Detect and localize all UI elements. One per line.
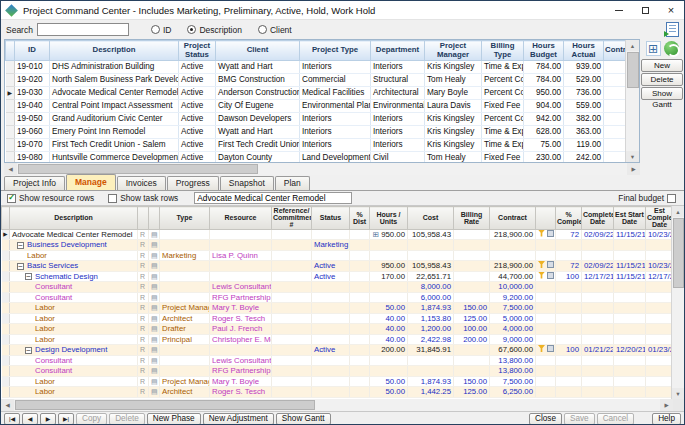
column-header[interactable]: Project Manager: [425, 41, 482, 61]
filter-icon[interactable]: [538, 230, 545, 237]
cell-ref[interactable]: [272, 250, 312, 261]
cell-icons[interactable]: [536, 271, 556, 282]
cell[interactable]: 19-070: [15, 139, 50, 152]
cell-pct[interactable]: [556, 387, 582, 398]
nav-first-button[interactable]: |◀: [4, 413, 20, 425]
cell-type[interactable]: Architect: [160, 313, 210, 324]
cell-icons[interactable]: [536, 366, 556, 377]
cell-type[interactable]: Drafter: [160, 324, 210, 335]
cell-desc[interactable]: Advocate Medical Center Remodel: [10, 229, 138, 240]
cell[interactable]: [604, 113, 626, 126]
notes-icon[interactable]: ▤: [151, 273, 158, 280]
cell-cdate[interactable]: 02/09/22: [582, 229, 614, 240]
cell[interactable]: Interiors: [300, 126, 371, 139]
cell[interactable]: 19-050: [15, 113, 50, 126]
cell-pct[interactable]: 100: [556, 345, 582, 356]
cell-note[interactable]: ▤: [149, 345, 160, 356]
cell-rate[interactable]: [454, 355, 490, 366]
cell-desc[interactable]: Consultant: [10, 292, 138, 303]
cell-res[interactable]: [210, 345, 272, 356]
cell-note[interactable]: ▤: [149, 324, 160, 335]
cell-ref[interactable]: [272, 334, 312, 345]
show-task-checkbox[interactable]: [108, 194, 117, 203]
cell-note[interactable]: ▤: [149, 334, 160, 345]
cell-hours[interactable]: 200.00: [370, 345, 408, 356]
cell-dist[interactable]: [350, 240, 370, 251]
cell-contract[interactable]: 10,000.00: [490, 282, 536, 293]
cell-note[interactable]: ▤: [149, 250, 160, 261]
grid-icon[interactable]: [547, 230, 554, 237]
cell[interactable]: 736.00: [564, 87, 604, 100]
cell[interactable]: [604, 61, 626, 74]
column-header[interactable]: Project Type: [300, 41, 371, 61]
scroll-up-icon[interactable]: ▲: [626, 40, 640, 51]
cell-r[interactable]: R: [138, 334, 149, 345]
cell[interactable]: Fixed Fee: [482, 100, 524, 113]
cell-rate[interactable]: [454, 345, 490, 356]
column-header[interactable]: % Dist: [350, 207, 370, 230]
cell-icons[interactable]: [536, 303, 556, 314]
column-header[interactable]: Description: [50, 41, 179, 61]
cell-estart[interactable]: [614, 303, 646, 314]
cell-res[interactable]: Lisa P. Quinn: [210, 250, 272, 261]
table-row[interactable]: LaborR▤DrafterPaul J. French40.001,200.0…: [2, 324, 672, 335]
tab-invoices[interactable]: Invoices: [117, 176, 166, 190]
tab-snapshot[interactable]: Snapshot: [220, 176, 274, 190]
cell[interactable]: 784.00: [524, 74, 564, 87]
cell-desc[interactable]: Consultant: [10, 282, 138, 293]
vscroll-track[interactable]: [672, 217, 685, 388]
cell[interactable]: Wyatt and Hart: [216, 126, 300, 139]
close-button[interactable]: Close: [529, 413, 562, 425]
cell-contract[interactable]: 6,250.00: [490, 387, 536, 398]
cell-icons[interactable]: [536, 376, 556, 387]
cell-ref[interactable]: [272, 303, 312, 314]
cell-dist[interactable]: [350, 387, 370, 398]
cell-dist[interactable]: [350, 303, 370, 314]
cell[interactable]: [604, 139, 626, 152]
cell-desc[interactable]: Labor: [10, 387, 138, 398]
cell-r[interactable]: R: [138, 292, 149, 303]
cell[interactable]: 19-060: [15, 126, 50, 139]
cell-res[interactable]: Lewis Consultants: [210, 355, 272, 366]
detail-grid-vscrollbar[interactable]: ▲ ▼: [671, 206, 684, 399]
cell-pct[interactable]: [556, 240, 582, 251]
cell-contract[interactable]: 218,900.00: [490, 229, 536, 240]
cell-type[interactable]: Principal: [160, 334, 210, 345]
cell-pct[interactable]: [556, 334, 582, 345]
notes-icon[interactable]: ▤: [151, 336, 158, 343]
nav-last-button[interactable]: ▶|: [58, 413, 74, 425]
cell[interactable]: Active: [179, 87, 216, 100]
refresh-icon[interactable]: [664, 41, 679, 56]
table-row[interactable]: 19-050Grand Auditorium Civic CenterActiv…: [6, 113, 626, 126]
cell-res[interactable]: Lewis Consultants: [210, 282, 272, 293]
cell-res[interactable]: Roger S. Tesch: [210, 313, 272, 324]
cell-pct[interactable]: [556, 250, 582, 261]
cell-estart[interactable]: 12/20/21: [614, 345, 646, 356]
cell-icons[interactable]: [536, 387, 556, 398]
grid-icon[interactable]: [547, 272, 554, 279]
cell[interactable]: [604, 100, 626, 113]
cell-status[interactable]: Marketing: [312, 240, 350, 251]
filter-icon[interactable]: [538, 261, 545, 268]
cell[interactable]: Kris Kingsley: [425, 139, 482, 152]
radio-description[interactable]: Description: [187, 25, 242, 35]
cell-icons[interactable]: [536, 355, 556, 366]
cell-note[interactable]: ▤: [149, 355, 160, 366]
tab-manage[interactable]: Manage: [66, 174, 116, 190]
cell-desc[interactable]: Consultant: [10, 355, 138, 366]
cell-icons[interactable]: [536, 334, 556, 345]
cell-rate[interactable]: [454, 292, 490, 303]
cell-r[interactable]: R: [138, 387, 149, 398]
cell-type[interactable]: [160, 282, 210, 293]
cell-cost[interactable]: 8,000.00: [408, 282, 454, 293]
column-header[interactable]: Complete Date: [582, 207, 614, 230]
cell-cost[interactable]: 6,000.00: [408, 292, 454, 303]
cell[interactable]: Interiors: [300, 61, 371, 74]
column-header[interactable]: Project Status: [179, 41, 216, 61]
show-resource-rows-option[interactable]: Show resource rows: [7, 193, 94, 203]
cell-ref[interactable]: [272, 282, 312, 293]
cell-ref[interactable]: [272, 229, 312, 240]
notes-icon[interactable]: ▤: [151, 304, 158, 311]
cell-type[interactable]: [160, 261, 210, 272]
cell-res[interactable]: [210, 240, 272, 251]
